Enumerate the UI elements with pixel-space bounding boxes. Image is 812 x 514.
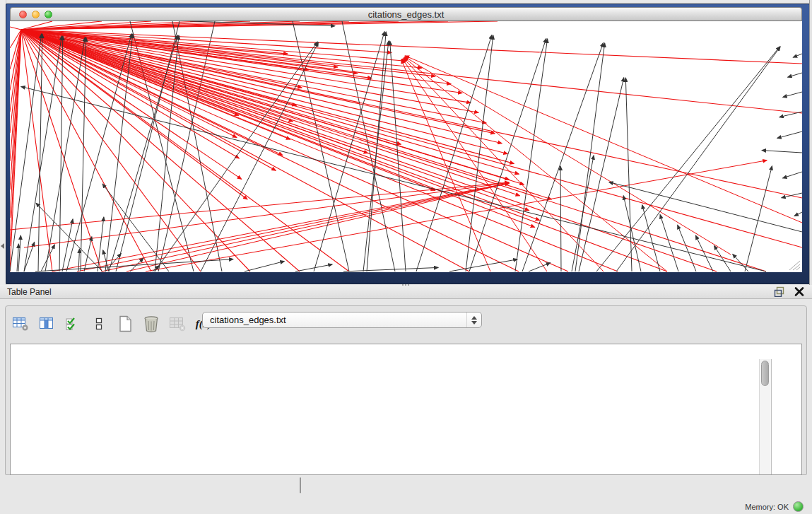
table-header-row (11, 344, 801, 358)
table-selector-combobox[interactable]: citations_edges.txt (202, 312, 482, 328)
delete-trash-icon[interactable] (142, 315, 160, 333)
float-panel-icon[interactable] (774, 286, 785, 297)
show-columns-icon[interactable] (37, 315, 56, 333)
table-toolbar: f(x) (11, 313, 213, 335)
network-canvas[interactable] (10, 21, 802, 272)
splitter-grip[interactable] (400, 282, 411, 287)
select-all-check-icon[interactable] (64, 315, 82, 333)
network-view-window: citations_edges.txt (6, 4, 810, 284)
collapse-arrow-icon[interactable] (1, 243, 4, 249)
network-window-titlebar[interactable]: citations_edges.txt (10, 7, 802, 21)
table-panel-header: Table Panel (0, 285, 812, 299)
canvas-resize-grip[interactable] (787, 259, 801, 271)
table-vertical-scrollbar[interactable] (759, 359, 772, 474)
memory-status-label: Memory: OK (745, 503, 789, 511)
memory-ok-indicator[interactable] (793, 501, 804, 512)
table-settings-icon[interactable] (11, 315, 30, 333)
node-attribute-table (10, 344, 802, 475)
table-body (11, 358, 801, 474)
table-panel-body: f(x) citations_edges.txt (5, 305, 807, 475)
table-selector-value: citations_edges.txt (203, 315, 466, 325)
citation-network-graph (10, 21, 802, 272)
right-panel-sliver (809, 0, 812, 285)
close-panel-icon[interactable] (794, 286, 805, 297)
scrollbar-thumb[interactable] (761, 361, 769, 386)
table-mode-tabs (300, 477, 301, 493)
row-height-icon[interactable] (90, 315, 108, 333)
import-table-icon[interactable] (168, 315, 187, 333)
network-window-title: citations_edges.txt (11, 9, 801, 20)
table-panel-title: Table Panel (7, 287, 52, 297)
table-panel: Table Panel (0, 285, 812, 514)
new-file-icon[interactable] (116, 315, 134, 333)
combobox-stepper-icon (466, 313, 481, 327)
status-bar: Memory: OK (745, 501, 804, 512)
